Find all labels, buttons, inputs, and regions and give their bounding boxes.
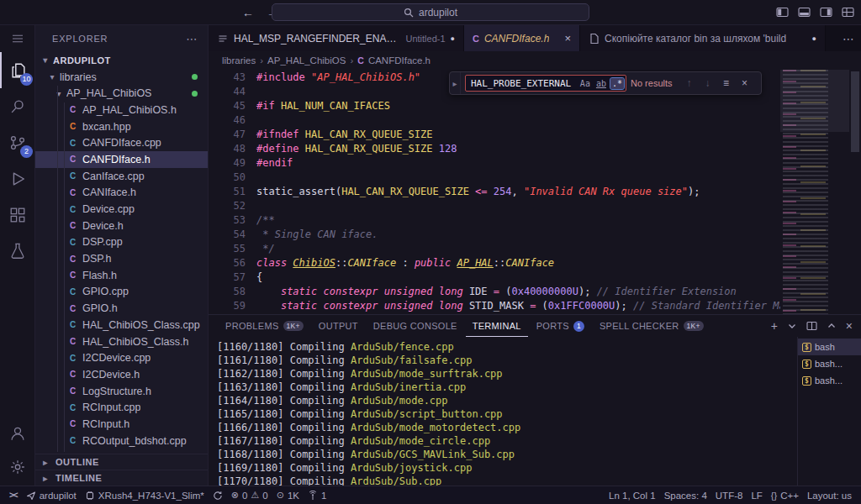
dirty-indicator[interactable]: ● xyxy=(812,34,816,43)
file-item[interactable]: CDSP.cpp xyxy=(35,234,208,251)
code-line[interactable]: 49#endif xyxy=(209,156,780,171)
terminal-output[interactable]: [1160/1180] Compiling ArduSub/fence.cpp[… xyxy=(209,337,797,486)
board-selector[interactable]: XRush4_H743-V1_Slim* xyxy=(81,486,209,504)
menu-button[interactable] xyxy=(0,27,35,50)
keyboard-layout-status[interactable]: Layout: us xyxy=(803,486,856,504)
file-item[interactable]: CCANIface.h xyxy=(35,185,208,202)
cursor-position[interactable]: Ln 1, Col 1 xyxy=(605,486,660,504)
file-item[interactable]: CDevice.cpp xyxy=(35,201,208,218)
file-item[interactable]: CRCOutput.cpp xyxy=(35,449,208,453)
panel-tab-spell-checker[interactable]: SPELL CHECKER1K+ xyxy=(593,315,710,337)
file-item[interactable]: CDevice.h xyxy=(35,218,208,234)
tab-untitled-2[interactable]: Скопіюйте каталог bin за шляхом 'build ● xyxy=(580,25,826,51)
code-line[interactable]: 54 * Single CAN iface. xyxy=(209,228,780,242)
tree-item[interactable]: ▾libraries xyxy=(35,69,208,86)
new-terminal-button[interactable]: + xyxy=(771,319,778,333)
file-item[interactable]: CCANFDIface.h xyxy=(35,151,208,168)
find-in-selection-button[interactable]: ≡ xyxy=(719,77,733,89)
customize-layout-icon[interactable] xyxy=(842,7,854,18)
encoding-status[interactable]: UTF-8 xyxy=(711,486,747,504)
indentation-status[interactable]: Spaces: 4 xyxy=(660,486,711,504)
minimap[interactable] xyxy=(780,70,849,314)
panel-tab-ports[interactable]: PORTS1 xyxy=(530,315,591,337)
file-item[interactable]: CI2CDevice.h xyxy=(35,366,208,383)
file-item[interactable]: CDSP.h xyxy=(35,250,208,267)
breadcrumb-item[interactable]: AP_HAL_ChibiOS xyxy=(267,55,346,66)
panel-tab-output[interactable]: OUTPUT xyxy=(312,315,365,337)
breadcrumb-item[interactable]: libraries xyxy=(222,55,256,66)
tree-item[interactable]: ▾AP_HAL_ChibiOS xyxy=(35,85,208,102)
file-item[interactable]: CHAL_ChibiOS_Class.h xyxy=(35,333,208,350)
sidebar-item-source-control[interactable]: 2 xyxy=(0,124,35,160)
eol-status[interactable]: LF xyxy=(747,486,766,504)
close-tab-icon[interactable]: × xyxy=(564,32,571,45)
file-item[interactable]: Cbxcan.hpp xyxy=(35,118,208,135)
code-line[interactable]: 59 static constexpr unsigned long STID_M… xyxy=(209,299,780,313)
code-line[interactable]: 55 */ xyxy=(209,242,780,256)
find-next-button[interactable]: ↓ xyxy=(700,77,715,89)
sidebar-item-testing[interactable] xyxy=(0,233,35,269)
tab-untitled-1[interactable]: HAL_MSP_RANGEFINDER_ENABLED Untitled-1 ● xyxy=(209,25,464,51)
scrollbar-thumb[interactable] xyxy=(851,71,859,152)
toggle-sidebar-icon[interactable] xyxy=(776,7,789,18)
ardupilot-status-item[interactable]: ardupilot xyxy=(22,486,81,504)
find-previous-button[interactable]: ↑ xyxy=(682,77,696,89)
editor-scrollbar[interactable] xyxy=(849,70,861,314)
tab-canfdiface-h[interactable]: C CANFDIface.h × xyxy=(464,25,580,51)
file-item[interactable]: CAP_HAL_ChibiOS.h xyxy=(35,102,208,118)
language-mode[interactable]: {}C++ xyxy=(767,486,803,504)
match-case-toggle[interactable]: Aa xyxy=(578,78,592,89)
dirty-indicator[interactable]: ● xyxy=(451,34,455,43)
sidebar-item-run-debug[interactable] xyxy=(0,160,35,197)
code-line[interactable]: 57{ xyxy=(209,270,780,285)
code-line[interactable]: 58 static constexpr unsigned long IDE = … xyxy=(209,285,780,299)
code-line[interactable]: 47#ifndef HAL_CAN_RX_QUEUE_SIZE xyxy=(209,128,780,142)
terminal-profile-dropdown-icon[interactable] xyxy=(787,321,797,331)
go-back-button[interactable]: ← xyxy=(242,6,254,19)
code-line[interactable]: 46 xyxy=(209,113,780,128)
command-center-search[interactable]: ardupilot xyxy=(272,3,589,21)
find-close-button[interactable]: × xyxy=(737,77,752,89)
toggle-replace-button[interactable]: ▸ xyxy=(450,72,461,94)
regex-toggle[interactable]: .* xyxy=(610,78,624,89)
toggle-panel-icon[interactable] xyxy=(798,7,811,18)
whole-word-toggle[interactable]: ab xyxy=(594,78,608,89)
code-editor[interactable]: 43#include "AP_HAL_ChibiOS.h"4445#if HAL… xyxy=(209,70,861,314)
sidebar-item-extensions[interactable] xyxy=(0,197,35,233)
code-line[interactable]: 50 xyxy=(209,171,780,185)
settings-button[interactable] xyxy=(0,450,35,484)
file-item[interactable]: CFlash.h xyxy=(35,267,208,284)
file-item[interactable]: CRCInput.h xyxy=(35,416,208,433)
panel-tab-debug-console[interactable]: DEBUG CONSOLE xyxy=(367,315,464,337)
file-item[interactable]: CLogStructure.h xyxy=(35,383,208,400)
file-item[interactable]: CCANFDIface.cpp xyxy=(35,134,208,151)
file-item[interactable]: CRCOutput_bdshot.cpp xyxy=(35,433,208,449)
code-line[interactable]: 51static_assert(HAL_CAN_RX_QUEUE_SIZE <=… xyxy=(209,185,780,199)
problems-status[interactable]: ⊗ 0 ⚠ 0 xyxy=(227,486,272,504)
code-line[interactable]: 45#if HAL_NUM_CAN_IFACES xyxy=(209,99,780,113)
sidebar-item-search[interactable] xyxy=(0,88,35,124)
timeline-section-header[interactable]: ▸ TIMELINE xyxy=(35,470,208,486)
terminal-list-item[interactable]: $bash... xyxy=(798,355,861,372)
editor-more-actions-button[interactable]: ⋯ xyxy=(836,25,861,51)
code-line[interactable]: 56class ChibiOS::CANIface : public AP_HA… xyxy=(209,256,780,270)
find-input[interactable]: HAL_PROBE_EXTERNAL Aa ab .* xyxy=(465,75,626,92)
file-item[interactable]: CI2CDevice.cpp xyxy=(35,349,208,366)
close-panel-button[interactable]: × xyxy=(846,319,853,333)
panel-tab-problems[interactable]: PROBLEMS1K+ xyxy=(219,315,310,337)
breadcrumb-item[interactable]: CANFDIface.h xyxy=(368,55,430,66)
file-item[interactable]: CGPIO.h xyxy=(35,300,208,317)
outline-section-header[interactable]: ▸ OUTLINE xyxy=(35,454,208,470)
accounts-button[interactable] xyxy=(0,417,35,450)
sidebar-item-explorer[interactable]: 10 xyxy=(0,52,35,88)
code-line[interactable]: 48#define HAL_CAN_RX_QUEUE_SIZE 128 xyxy=(209,142,780,156)
ports-status[interactable]: 1 xyxy=(304,486,330,504)
spell-checker-status[interactable]: ⊙ 1K xyxy=(272,486,304,504)
code-line[interactable]: 53/** xyxy=(209,213,780,228)
remote-indicator[interactable]: >< xyxy=(5,486,22,504)
file-item[interactable]: CHAL_ChibiOS_Class.cpp xyxy=(35,317,208,333)
tree-item[interactable]: ▾ARDUPILOT xyxy=(35,52,208,69)
terminal-list-item[interactable]: $bash xyxy=(798,339,861,355)
file-item[interactable]: CCanIface.cpp xyxy=(35,168,208,185)
maximize-panel-icon[interactable] xyxy=(827,321,837,331)
